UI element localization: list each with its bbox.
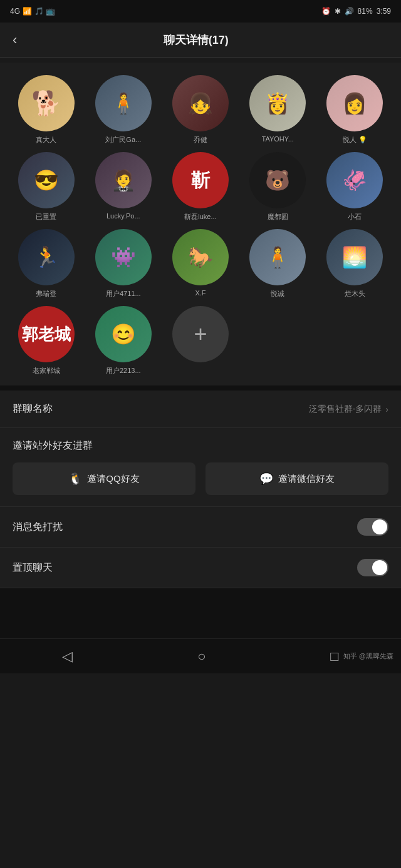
member-name: 真大人 xyxy=(36,135,56,145)
avatar: 👸 xyxy=(249,75,306,131)
members-section: 🐕真大人🧍刘广民Ga...👧乔健👸TAYOHY...👩悦人 💡😎已重置🤵Luck… xyxy=(0,63,401,385)
member-item[interactable]: 👾用户4711... xyxy=(87,229,159,299)
chevron-right-icon: › xyxy=(385,404,388,414)
avatar: 👩 xyxy=(326,75,383,131)
member-name: 靳磊luke... xyxy=(184,212,216,222)
pin-chat-toggle[interactable] xyxy=(357,559,388,576)
avatar: 🧍 xyxy=(95,75,152,131)
avatar: 🌅 xyxy=(326,229,383,285)
member-name: Lucky.Po... xyxy=(107,212,140,220)
group-name-row[interactable]: 群聊名称 泛零售社群-多闪群 › xyxy=(0,391,401,428)
invite-wechat-label: 邀请微信好友 xyxy=(278,473,335,485)
member-name: 悦诚 xyxy=(271,289,284,299)
member-item[interactable]: 🌅烂木头 xyxy=(319,229,391,299)
member-name: 刘广民Ga... xyxy=(105,135,141,145)
pin-chat-row: 置顶聊天 xyxy=(0,548,401,588)
avatar: 靳 xyxy=(172,152,229,208)
bottom-nav: ◁ ○ □ 知乎 @黑啤先森 xyxy=(0,638,401,673)
avatar: 🦑 xyxy=(326,152,383,208)
avatar: 郭老城 xyxy=(18,306,75,362)
member-item[interactable]: 😊用户2213... xyxy=(87,306,159,375)
avatar: 🐻 xyxy=(249,152,306,208)
header: ‹ 聊天详情(17) xyxy=(0,23,401,58)
group-name-label: 群聊名称 xyxy=(13,402,53,416)
member-name: TAYOHY... xyxy=(262,135,294,143)
member-item[interactable]: 🦑小石 xyxy=(319,152,391,222)
invite-qq-button[interactable]: 🐧 邀请QQ好友 xyxy=(13,462,195,495)
settings-section: 群聊名称 泛零售社群-多闪群 › 邀请站外好友进群 🐧 邀请QQ好友 💬 邀请微… xyxy=(0,391,401,588)
signal-icon: 4G xyxy=(10,7,20,16)
qq-icon: 🐧 xyxy=(68,472,82,486)
members-grid: 🐕真大人🧍刘广民Ga...👧乔健👸TAYOHY...👩悦人 💡😎已重置🤵Luck… xyxy=(10,75,391,375)
volume-icon: 🔊 xyxy=(345,7,354,16)
invite-wechat-button[interactable]: 💬 邀请微信好友 xyxy=(206,462,388,495)
page-title: 聊天详情(17) xyxy=(29,33,362,48)
add-member-button[interactable]: + xyxy=(172,306,229,362)
member-item[interactable]: 郭老城老家郸城 xyxy=(10,306,82,375)
avatar: 👧 xyxy=(172,75,229,131)
invite-buttons: 🐧 邀请QQ好友 💬 邀请微信好友 xyxy=(13,462,388,495)
member-item[interactable]: 😎已重置 xyxy=(10,152,82,222)
avatar: 😊 xyxy=(95,306,152,362)
nav-home-button[interactable]: ○ xyxy=(197,648,206,665)
member-item[interactable]: 🧍悦诚 xyxy=(242,229,314,299)
member-item[interactable]: 👸TAYOHY... xyxy=(242,75,314,145)
zhihu-watermark: 知乎 @黑啤先森 xyxy=(343,651,393,661)
status-bar: 4G 📶 🎵 📺 ⏰ ✱ 🔊 81% 3:59 xyxy=(0,0,401,23)
nav-recent-button[interactable]: □ xyxy=(330,648,338,665)
avatar: 👾 xyxy=(95,229,152,285)
member-name: 乔健 xyxy=(194,135,207,145)
member-item[interactable]: 🧍刘广民Ga... xyxy=(87,75,159,145)
avatar: 🐕 xyxy=(18,75,75,131)
invite-section: 邀请站外好友进群 🐧 邀请QQ好友 💬 邀请微信好友 xyxy=(0,428,401,507)
wifi-icon: 📶 xyxy=(23,7,32,16)
bluetooth-icon: ✱ xyxy=(335,7,341,16)
member-name: 弗瑞登 xyxy=(36,289,56,299)
avatar: 🤵 xyxy=(95,152,152,208)
avatar: 🐎 xyxy=(172,229,229,285)
wechat-icon: 💬 xyxy=(259,472,273,486)
pin-chat-label: 置顶聊天 xyxy=(13,561,53,574)
status-right: ⏰ ✱ 🔊 81% 3:59 xyxy=(321,7,391,16)
member-item[interactable]: 👩悦人 💡 xyxy=(319,75,391,145)
member-name: 用户2213... xyxy=(106,366,141,375)
toggle-knob-2 xyxy=(372,560,387,575)
nav-back-button[interactable]: ◁ xyxy=(62,648,73,665)
back-button[interactable]: ‹ xyxy=(13,32,17,48)
battery-text: 81% xyxy=(358,7,373,16)
avatar: 🧍 xyxy=(249,229,306,285)
member-name: 魔都圆 xyxy=(268,212,288,222)
avatar: 🏃 xyxy=(18,229,75,285)
group-name-value: 泛零售社群-多闪群 › xyxy=(309,404,388,415)
member-item[interactable]: 🤵Lucky.Po... xyxy=(87,152,159,222)
member-item[interactable]: 👧乔健 xyxy=(164,75,236,145)
no-disturb-toggle[interactable] xyxy=(357,518,388,536)
member-item[interactable]: 靳靳磊luke... xyxy=(164,152,236,222)
alarm-icon: ⏰ xyxy=(321,7,331,16)
no-disturb-row: 消息免打扰 xyxy=(0,507,401,548)
member-name: 小石 xyxy=(348,212,362,222)
invite-label: 邀请站外好友进群 xyxy=(13,439,388,452)
avatar: 😎 xyxy=(18,152,75,208)
member-item[interactable]: 🐎X.F xyxy=(164,229,236,299)
no-disturb-label: 消息免打扰 xyxy=(13,521,63,534)
add-member-item[interactable]: + xyxy=(164,306,236,375)
member-name: 老家郸城 xyxy=(33,366,60,375)
member-name: 烂木头 xyxy=(345,289,365,299)
member-name: 用户4711... xyxy=(106,289,141,299)
member-name: 已重置 xyxy=(36,212,56,222)
member-name: 悦人 💡 xyxy=(343,135,367,145)
status-left: 4G 📶 🎵 📺 xyxy=(10,7,55,16)
section-divider xyxy=(0,385,401,391)
invite-qq-label: 邀请QQ好友 xyxy=(87,473,139,485)
apps-icon: 🎵 📺 xyxy=(34,7,55,16)
toggle-knob xyxy=(372,519,387,534)
time-text: 3:59 xyxy=(377,7,391,16)
member-item[interactable]: 🐕真大人 xyxy=(10,75,82,145)
member-item[interactable]: 🏃弗瑞登 xyxy=(10,229,82,299)
member-name: X.F xyxy=(195,289,206,297)
member-item[interactable]: 🐻魔都圆 xyxy=(242,152,314,222)
